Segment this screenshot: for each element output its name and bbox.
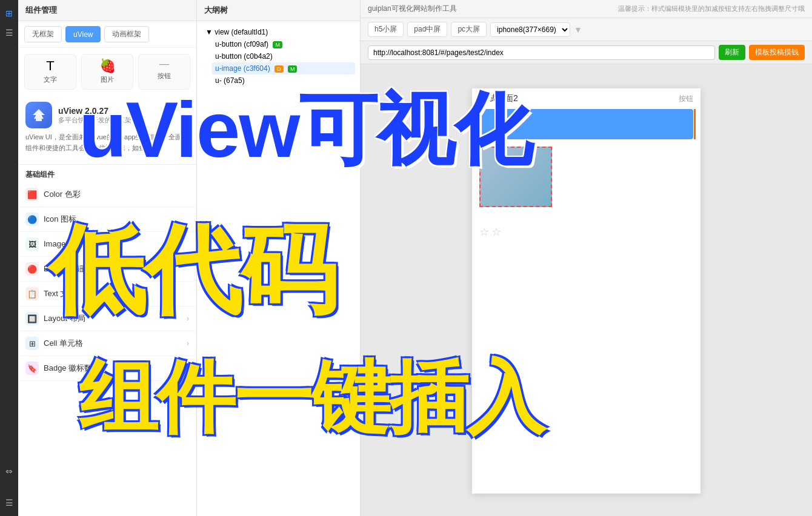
canvas-image-container xyxy=(479,147,558,213)
image-menu-icon: 🖼 xyxy=(25,237,39,251)
cell-icon: ⊞ xyxy=(25,337,39,350)
icon-icon: 🔵 xyxy=(25,213,39,226)
comp-item-text[interactable]: T 文字 xyxy=(24,54,76,90)
menu-item-icon[interactable]: 🔵 Icon 图标 xyxy=(18,207,196,232)
menu-item-badge[interactable]: 🔖 Badge 徽标数 › xyxy=(18,356,196,381)
menu-item-text-left: 📋 Text 文本 xyxy=(25,287,76,300)
uview-tagline: 多平台快速开发的UI框架 xyxy=(58,116,131,125)
uview-library: uView 2.0.27 多平台快速开发的UI框架 uView UI，是全面兼容… xyxy=(18,96,196,165)
badge-d-1: D xyxy=(275,65,284,73)
uview-logo xyxy=(25,102,52,128)
sidebar-icon-exchange[interactable]: ⇔ xyxy=(2,464,16,478)
tab-animation-framework[interactable]: 动画框架 xyxy=(104,26,149,42)
text-icon: T xyxy=(46,59,54,73)
menu-item-text[interactable]: 📋 Text 文本 xyxy=(18,282,196,306)
screen-btn-pad[interactable]: pad中屏 xyxy=(407,22,447,37)
sidebar-icon-menu[interactable]: ☰ xyxy=(2,495,16,510)
template-button[interactable]: 模板投稿摸钱 xyxy=(749,45,805,60)
menu-item-image-label: Image 图片 xyxy=(44,239,84,250)
uview-version: uView 2.0.27 xyxy=(58,106,131,116)
tree-item-image[interactable]: u-image (c3f604) D M xyxy=(211,62,355,74)
screen-btn-pc[interactable]: pc大屏 xyxy=(451,22,487,37)
section-title-basic: 基础组件 xyxy=(18,165,196,182)
screen-btn-h5[interactable]: h5小屏 xyxy=(368,22,404,37)
tree-item-u[interactable]: u- (67a5) xyxy=(211,74,355,87)
uview-description: uView UI，是全面兼容nvue的uni-app生态框架，全面的组件和便捷的… xyxy=(25,132,189,153)
comp-grid: T 文字 🍓 图片 — 按钮 xyxy=(18,48,196,96)
canvas-header: guiplan可视化网站制作工具 温馨提示：样式编辑模块里的加减按钮支持左右拖拽… xyxy=(361,0,812,18)
star-1: ☆ xyxy=(479,225,489,239)
sidebar-icon-components[interactable]: ⊞ xyxy=(2,6,16,21)
badge-icon: 🔖 xyxy=(25,362,39,375)
tree-indent: u-button (cf09af) M u-button (c0b4a2) u-… xyxy=(202,38,355,87)
badge-arrow-icon: › xyxy=(187,364,189,372)
url-input[interactable] xyxy=(368,45,715,60)
menu-item-color-left: 🟥 Color 色彩 xyxy=(25,188,81,201)
tree-item-button2[interactable]: u-button (c0b4a2) xyxy=(211,50,355,62)
outline-tree: ▼ view (defaultId1) u-button (cf09af) M … xyxy=(197,21,360,91)
comp-panel-header: 组件管理 xyxy=(18,0,196,21)
menu-item-cell[interactable]: ⊞ Cell 单元格 › xyxy=(18,331,196,356)
sidebar-icon-layers[interactable]: ☰ xyxy=(2,25,16,40)
canvas-hint: 温馨提示：样式编辑模块里的加减按钮支持左右拖拽调整尺寸哦 xyxy=(618,4,805,13)
menu-item-button-left: 🔴 Button 按钮 xyxy=(25,262,84,276)
screen-select-arrow: ▼ xyxy=(574,25,582,35)
screen-controls: h5小屏 pad中屏 pc大屏 iphone8(377×669) ▼ xyxy=(361,18,812,41)
button-icon: — xyxy=(159,59,169,69)
uview-logo-row: uView 2.0.27 多平台快速开发的UI框架 xyxy=(25,102,189,128)
screen-size-select[interactable]: iphone8(377×669) xyxy=(490,22,570,37)
menu-item-layout-left: 🔲 Layout 布局 xyxy=(25,312,85,325)
menu-item-button-label: Button 按钮 xyxy=(44,263,84,274)
page-header-row: 测试页面2 按钮 xyxy=(472,88,701,109)
menu-item-badge-left: 🔖 Badge 徽标数 xyxy=(25,362,92,375)
left-sidebar: ⊞ ☰ ⇔ ☰ xyxy=(0,0,18,516)
canvas-spacer xyxy=(472,243,701,425)
badge-m-1: M xyxy=(273,41,282,48)
image-icon: 🍓 xyxy=(99,59,116,73)
menu-item-image[interactable]: 🖼 Image 图片 xyxy=(18,232,196,257)
comp-panel: 组件管理 无框架 uView 动画框架 T 文字 🍓 图片 — 按钮 xyxy=(18,0,197,516)
comp-item-image[interactable]: 🍓 图片 xyxy=(81,54,133,90)
menu-item-color[interactable]: 🟥 Color 色彩 xyxy=(18,182,196,207)
cell-arrow-icon: › xyxy=(187,339,189,348)
tab-no-framework[interactable]: 无框架 xyxy=(24,26,62,42)
button-menu-icon: 🔴 xyxy=(25,262,39,276)
star-2: ☆ xyxy=(491,225,501,239)
menu-item-layout-label: Layout 布局 xyxy=(44,313,85,324)
comp-item-image-label: 图片 xyxy=(101,75,114,84)
comp-item-button[interactable]: — 按钮 xyxy=(138,54,190,90)
page-action: 按钮 xyxy=(679,94,693,104)
canvas-image xyxy=(479,147,552,207)
refresh-button[interactable]: 刷新 xyxy=(719,45,745,60)
tree-item-view[interactable]: ▼ view (defaultId1) xyxy=(202,26,355,38)
outline-header: 大纲树 xyxy=(197,0,360,21)
page-title: 测试页面2 xyxy=(479,93,518,104)
menu-item-badge-label: Badge 徽标数 xyxy=(44,363,92,374)
text-menu-icon: 📋 xyxy=(25,287,39,300)
menu-item-cell-label: Cell 单元格 xyxy=(44,338,83,349)
menu-item-layout[interactable]: 🔲 Layout 布局 › xyxy=(18,306,196,331)
url-bar-row: 刷新 模板投稿摸钱 xyxy=(361,41,812,64)
tab-uview[interactable]: uView xyxy=(65,26,101,42)
image-dashed-border xyxy=(479,147,552,207)
canvas-area: guiplan可视化网站制作工具 温馨提示：样式编辑模块里的加减按钮支持左右拖拽… xyxy=(361,0,812,516)
uview-info: uView 2.0.27 多平台快速开发的UI框架 xyxy=(58,106,131,125)
layout-arrow-icon: › xyxy=(187,314,189,323)
menu-item-color-label: Color 色彩 xyxy=(44,189,81,200)
layout-icon: 🔲 xyxy=(25,312,39,325)
outline-panel: 大纲树 ▼ view (defaultId1) u-button (cf09af… xyxy=(197,0,361,516)
canvas-content: 测试页面2 按钮 ☆ ☆ xyxy=(472,88,701,494)
menu-item-image-left: 🖼 Image 图片 xyxy=(25,237,84,251)
menu-item-text-label: Text 文本 xyxy=(44,288,76,299)
menu-item-icon-left: 🔵 Icon 图标 xyxy=(25,213,76,226)
canvas-scroll[interactable]: 测试页面2 按钮 ☆ ☆ xyxy=(361,64,812,501)
comp-item-button-label: 按钮 xyxy=(158,71,171,81)
comp-panel-tabs: 无框架 uView 动画框架 xyxy=(18,21,196,48)
comp-item-text-label: 文字 xyxy=(44,75,57,84)
menu-item-icon-label: Icon 图标 xyxy=(44,214,76,225)
menu-item-cell-left: ⊞ Cell 单元格 xyxy=(25,337,83,350)
badge-m-2: M xyxy=(288,65,298,73)
color-icon: 🟥 xyxy=(25,188,39,201)
tree-item-button1[interactable]: u-button (cf09af) M xyxy=(211,38,355,50)
menu-item-button[interactable]: 🔴 Button 按钮 xyxy=(18,257,196,282)
